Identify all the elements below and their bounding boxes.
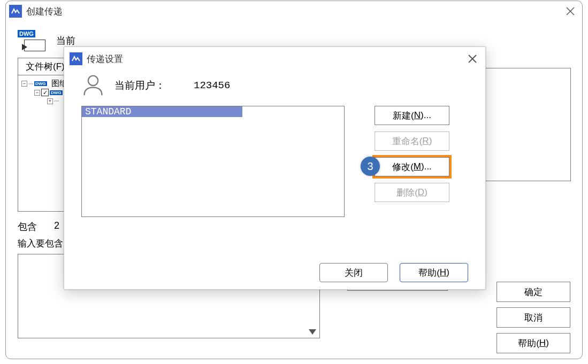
- chevron-down-icon[interactable]: [309, 329, 316, 335]
- collapse-icon[interactable]: −: [21, 81, 27, 87]
- dialog-body: 当前用户： 123456 STANDARD 新建(N)... 重命名(R) 修改…: [64, 71, 485, 227]
- app-icon: [9, 5, 22, 18]
- user-icon: [81, 74, 105, 97]
- settings-listbox[interactable]: STANDARD: [81, 106, 345, 217]
- main-titlebar: 创建传递: [6, 1, 582, 21]
- rename-button: 重命名(R): [375, 131, 449, 151]
- dwg-mini-icon: DWG: [34, 81, 47, 86]
- transfer-settings-dialog: 传递设置 当前用户： 123456 STANDARD 新建(N)... 重命名(: [64, 47, 486, 290]
- dialog-main: STANDARD 新建(N)... 重命名(R) 修改(M)... 删除(D): [81, 106, 468, 217]
- list-item-standard[interactable]: STANDARD: [82, 106, 242, 117]
- help-button[interactable]: 帮助(H): [497, 333, 570, 353]
- expand-icon[interactable]: +: [47, 98, 53, 104]
- collapse-icon[interactable]: −: [34, 90, 40, 96]
- checkbox-icon[interactable]: ✓: [41, 89, 49, 96]
- dwg-mini-icon: DWG: [50, 90, 63, 95]
- dwg-file-icon: DWG: [18, 30, 45, 51]
- close-icon[interactable]: [565, 6, 576, 17]
- dialog-footer: 关闭 帮助(H): [64, 263, 485, 293]
- include-extra: 2: [54, 220, 59, 233]
- main-button-stack: 确定 取消 帮助(H): [497, 282, 570, 353]
- main-title: 创建传递: [26, 5, 63, 18]
- current-user-row: 当前用户： 123456: [81, 74, 468, 97]
- current-user-label: 当前用户：: [114, 79, 184, 92]
- dialog-titlebar: 传递设置: [64, 47, 485, 71]
- new-button[interactable]: 新建(N)...: [375, 106, 449, 125]
- current-label: 当前: [56, 34, 75, 47]
- svg-point-4: [88, 76, 98, 86]
- help-button[interactable]: 帮助(H): [400, 263, 468, 282]
- current-user-value: 123456: [194, 80, 230, 91]
- delete-button: 删除(D): [375, 183, 449, 202]
- modify-button[interactable]: 修改(M)...: [375, 157, 449, 176]
- ok-button[interactable]: 确定: [497, 282, 570, 302]
- dialog-button-column: 新建(N)... 重命名(R) 修改(M)... 删除(D): [375, 106, 449, 217]
- cancel-button[interactable]: 取消: [497, 307, 570, 328]
- close-button[interactable]: 关闭: [319, 263, 388, 282]
- step-badge: 3: [361, 157, 380, 176]
- include-label: 包含: [18, 220, 37, 233]
- app-icon: [70, 52, 82, 65]
- close-icon[interactable]: [467, 53, 478, 64]
- dialog-title: 传递设置: [87, 53, 123, 65]
